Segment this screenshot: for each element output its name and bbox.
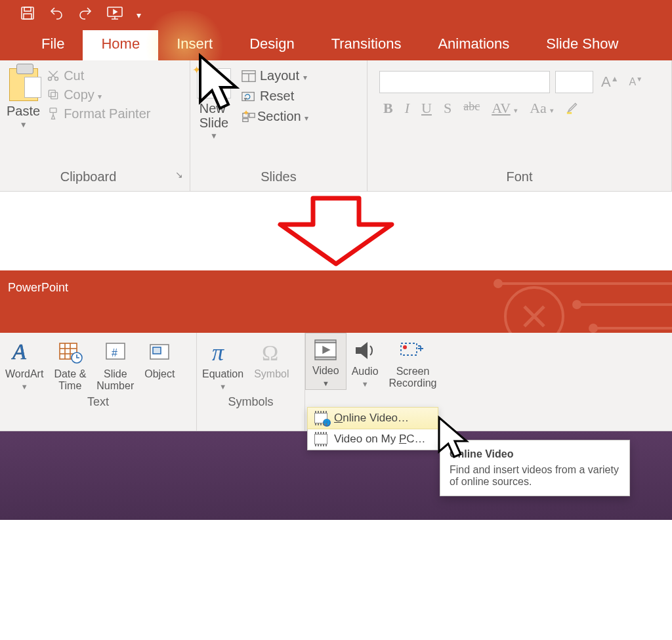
svg-rect-38: [315, 357, 336, 360]
copy-button[interactable]: Copy ▾: [47, 87, 150, 102]
top-ribbon-view: ▾ File Home Insert Design Transitions An…: [0, 0, 672, 192]
format-painter-button[interactable]: Format Painter: [47, 106, 150, 121]
audio-button[interactable]: Audio▼: [346, 333, 384, 390]
italic-button[interactable]: I: [405, 100, 410, 118]
svg-point-22: [590, 325, 597, 331]
quick-access-toolbar: ▾: [0, 0, 672, 30]
group-slides: New Slide ▼ Layout ▾ Reset ✦Section ▾ Sl…: [190, 60, 368, 191]
group-label-clipboard: Clipboard: [60, 169, 117, 184]
ribbon-tabs: File Home Insert Design Transitions Anim…: [0, 30, 672, 60]
datetime-button[interactable]: Date & Time: [49, 333, 91, 393]
film-online-icon: 🌐: [314, 413, 327, 423]
svg-marker-14: [245, 98, 247, 100]
menu-online-label: nline Video…: [343, 412, 409, 424]
group-label-font: Font: [374, 167, 665, 188]
svg-text:A: A: [11, 339, 26, 364]
tab-slideshow[interactable]: Slide Show: [528, 30, 637, 60]
change-case-button[interactable]: Aa ▾: [530, 100, 554, 118]
slidenumber-button[interactable]: # Slide Number: [91, 333, 139, 393]
qat-customize-icon[interactable]: ▾: [136, 10, 141, 20]
svg-rect-16: [249, 114, 255, 117]
paste-button[interactable]: Paste ▼: [7, 64, 40, 129]
reset-button[interactable]: Reset: [242, 89, 308, 104]
group-label-slides: Slides: [197, 167, 360, 188]
char-spacing-button[interactable]: AV ▾: [492, 100, 518, 118]
svg-point-19: [505, 288, 563, 333]
layout-button[interactable]: Layout ▾: [242, 68, 308, 83]
ribbon-home: Paste ▼ Cut Copy ▾ Format Painter Clipbo…: [0, 60, 672, 192]
title-bar: PowerPoint: [0, 270, 672, 333]
object-button[interactable]: Object: [139, 333, 180, 393]
bold-button[interactable]: B: [383, 100, 393, 118]
group-label-text: Text: [0, 393, 196, 413]
wordart-button[interactable]: A WordArt▼: [0, 333, 49, 393]
menu-online-video[interactable]: 🌐 Online Video…: [307, 407, 438, 429]
redo-icon[interactable]: [77, 5, 93, 25]
shadow-button[interactable]: S: [444, 100, 452, 118]
increase-font-icon[interactable]: A▲: [598, 74, 621, 91]
film-pc-icon: [314, 434, 327, 444]
tab-insert[interactable]: Insert: [158, 30, 231, 60]
tab-home[interactable]: Home: [83, 30, 158, 60]
svg-point-6: [55, 77, 58, 81]
save-icon[interactable]: [20, 5, 35, 25]
paste-icon: [9, 68, 38, 101]
screen-recording-button[interactable]: Screen Recording: [384, 333, 442, 390]
symbol-button: Ω Symbol: [249, 333, 294, 393]
new-slide-caret[interactable]: ▼: [210, 131, 218, 140]
slideshow-start-icon[interactable]: [106, 5, 123, 25]
underline-button[interactable]: U: [421, 100, 432, 118]
video-button[interactable]: Video▼: [305, 333, 346, 390]
app-title: PowerPoint: [8, 281, 68, 294]
tab-animations[interactable]: Animations: [419, 30, 528, 60]
strikethrough-button[interactable]: abc: [463, 100, 480, 118]
svg-text:Ω: Ω: [262, 341, 278, 364]
decrease-font-icon[interactable]: A▼: [627, 76, 646, 88]
tab-transitions[interactable]: Transitions: [313, 30, 420, 60]
paste-dropdown-caret[interactable]: ▼: [20, 120, 28, 129]
insert-ribbon-view: PowerPoint A WordArt▼: [0, 270, 672, 520]
svg-point-41: [403, 345, 407, 349]
svg-rect-9: [50, 108, 56, 113]
new-slide-button[interactable]: New Slide ▼: [197, 64, 231, 140]
title-decor: [462, 270, 672, 333]
menu-video-on-pc[interactable]: Video on My PC…: [308, 429, 438, 450]
tab-file[interactable]: File: [23, 30, 83, 60]
font-size-combo[interactable]: [555, 71, 593, 93]
tooltip-online-video: Online Video Find and insert videos from…: [440, 440, 630, 496]
group-text: A WordArt▼ Date & Time # Slide Number Ob…: [0, 333, 197, 431]
video-dropdown-menu: 🌐 Online Video… Video on My PC…: [307, 407, 438, 450]
svg-marker-4: [114, 10, 117, 14]
group-clipboard: Paste ▼ Cut Copy ▾ Format Painter Clipbo…: [0, 60, 190, 191]
cut-button[interactable]: Cut: [47, 68, 150, 83]
tab-design[interactable]: Design: [231, 30, 312, 60]
svg-text:#: #: [112, 347, 117, 358]
equation-button[interactable]: π Equation▼: [197, 333, 249, 393]
svg-rect-8: [49, 90, 55, 96]
group-font: A▲ A▼ B I U S abc AV ▾ Aa ▾ Font: [368, 60, 672, 191]
svg-rect-2: [24, 14, 32, 19]
new-slide-icon: [197, 68, 231, 98]
highlight-button[interactable]: [566, 100, 580, 118]
section-button[interactable]: ✦Section ▾: [242, 109, 308, 124]
group-symbols: π Equation▼ Ω Symbol Symbols: [197, 333, 305, 431]
tooltip-body: Find and insert videos from a variety of…: [450, 464, 620, 488]
svg-rect-17: [243, 119, 248, 122]
font-name-combo[interactable]: [379, 71, 550, 93]
svg-point-21: [574, 301, 580, 308]
svg-rect-37: [315, 340, 336, 343]
tooltip-title: Online Video: [450, 448, 620, 460]
svg-point-5: [49, 77, 52, 81]
svg-point-20: [495, 280, 501, 287]
svg-text:π: π: [212, 339, 224, 364]
undo-icon[interactable]: [49, 5, 64, 25]
svg-rect-40: [401, 343, 417, 355]
svg-rect-7: [51, 93, 58, 99]
svg-rect-33: [153, 347, 161, 354]
svg-rect-1: [24, 7, 31, 11]
group-label-symbols: Symbols: [197, 393, 304, 413]
ribbon-insert: A WordArt▼ Date & Time # Slide Number Ob…: [0, 333, 672, 431]
step-arrow: [0, 192, 672, 270]
clipboard-dialog-launcher[interactable]: ↘: [175, 169, 183, 180]
paste-label: Paste: [7, 104, 40, 119]
